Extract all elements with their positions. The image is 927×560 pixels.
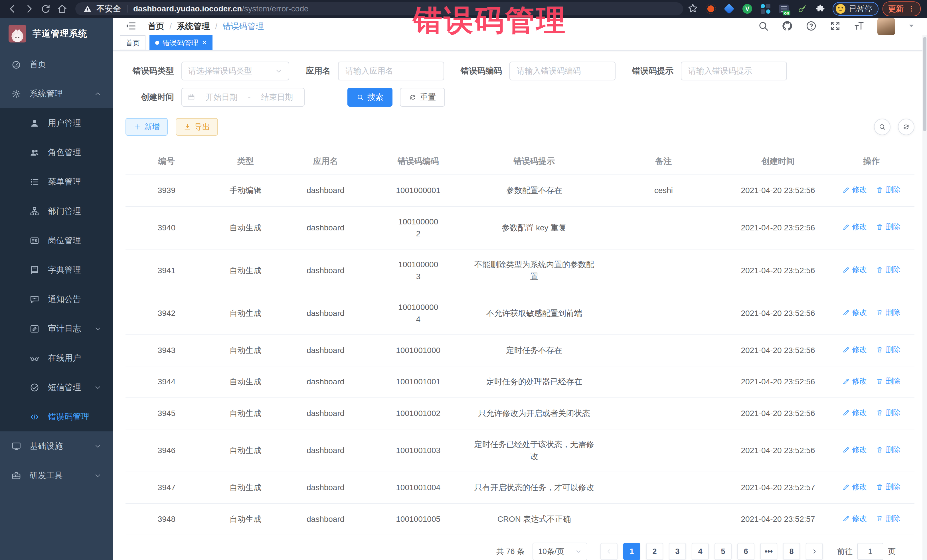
tab-首页[interactable]: 首页	[120, 35, 146, 50]
cell-code: 1001001003	[368, 429, 469, 472]
edit-link[interactable]: 修改	[842, 221, 867, 232]
reload-icon[interactable]	[40, 3, 52, 15]
breadcrumb-item[interactable]: 系统管理	[177, 21, 210, 32]
cell-id: 3944	[126, 366, 208, 398]
extension-v-icon[interactable]: V	[742, 3, 753, 14]
sidebar-item-badge[interactable]: 岗位管理	[0, 226, 113, 255]
scrollbar-thumb[interactable]	[923, 37, 926, 131]
delete-link[interactable]: 删除	[876, 221, 900, 232]
delete-link[interactable]: 删除	[876, 513, 900, 524]
delete-link[interactable]: 删除	[876, 481, 900, 492]
tab-错误码管理[interactable]: 错误码管理✕	[149, 35, 213, 50]
forward-icon[interactable]	[23, 3, 35, 15]
sidebar-item-online[interactable]: 在线用户	[0, 343, 113, 373]
reset-button[interactable]: 重置	[400, 88, 445, 107]
sidebar-item-sms[interactable]: 短信管理	[0, 373, 113, 402]
page-button-6[interactable]: 6	[737, 543, 754, 560]
code-input[interactable]	[510, 62, 615, 80]
delete-link[interactable]: 删除	[876, 344, 900, 355]
sidebar-item-gear[interactable]: 系统管理	[0, 79, 113, 108]
home-icon[interactable]	[56, 3, 68, 15]
extension-grid-icon[interactable]	[760, 3, 771, 14]
hamburger-icon[interactable]	[125, 20, 136, 33]
page-button-2[interactable]: 2	[646, 543, 663, 560]
add-button[interactable]: 新增	[126, 118, 168, 136]
msg-input[interactable]	[681, 62, 786, 80]
page-button-8[interactable]: 8	[783, 543, 800, 560]
breadcrumb-item[interactable]: 首页	[148, 21, 164, 32]
edit-link[interactable]: 修改	[842, 407, 867, 418]
sidebar-item-book[interactable]: 字典管理	[0, 255, 113, 285]
edit-link[interactable]: 修改	[842, 184, 867, 195]
extension-list-icon[interactable]: on	[778, 3, 789, 14]
sidebar-item-announcement[interactable]: 通知公告	[0, 285, 113, 314]
sidebar-item-users[interactable]: 角色管理	[0, 138, 113, 167]
sidebar-item-toolbox[interactable]: 研发工具	[0, 461, 113, 490]
delete-link[interactable]: 删除	[876, 184, 900, 195]
close-icon[interactable]: ✕	[202, 39, 207, 46]
address-bar[interactable]: 不安全 dashboard.yudao.iocoder.cn/system/er…	[75, 2, 683, 15]
extensions-puzzle-icon[interactable]	[815, 3, 826, 14]
edit-link[interactable]: 修改	[842, 513, 867, 524]
sidebar-item-dashboard[interactable]: 首页	[0, 50, 113, 79]
page-button-5[interactable]: 5	[714, 543, 732, 560]
cell-type: 自动生成	[208, 429, 284, 472]
refresh-table-button[interactable]	[898, 118, 915, 135]
edit-link[interactable]: 修改	[842, 344, 867, 355]
page-button-1[interactable]: 1	[623, 543, 640, 560]
sidebar-item-org-tree[interactable]: 部门管理	[0, 196, 113, 226]
filter-row-2: 创建时间 开始日期 - 结束日期 搜索 重置	[126, 88, 915, 107]
cell-time: 2021-04-20 23:52:56	[727, 175, 828, 206]
sidebar-item-menu-list[interactable]: 菜单管理	[0, 167, 113, 196]
type-select[interactable]: 请选择错误码类型	[181, 62, 289, 80]
search-icon[interactable]	[758, 20, 769, 33]
edit-link[interactable]: 修改	[842, 264, 867, 275]
fullscreen-icon[interactable]	[830, 20, 841, 33]
delete-link[interactable]: 删除	[876, 407, 900, 418]
delete-link[interactable]: 删除	[876, 444, 900, 455]
help-icon[interactable]	[805, 20, 817, 33]
delete-link[interactable]: 删除	[876, 307, 900, 318]
sidebar-item-user[interactable]: 用户管理	[0, 108, 113, 138]
user-avatar[interactable]	[877, 18, 895, 35]
page-size-select[interactable]: 10条/页	[532, 543, 587, 560]
export-button[interactable]: 导出	[176, 118, 218, 136]
prev-page-button[interactable]	[600, 543, 617, 560]
cell-time: 2021-04-20 23:52:56	[727, 366, 828, 398]
delete-link[interactable]: 删除	[876, 264, 900, 275]
extension-key-icon[interactable]	[797, 3, 807, 14]
search-button[interactable]: 搜索	[347, 88, 392, 107]
toggle-search-button[interactable]	[874, 118, 891, 135]
goto-page-input[interactable]	[857, 543, 883, 560]
font-size-icon[interactable]	[853, 20, 865, 33]
page-button-4[interactable]: 4	[692, 543, 709, 560]
edit-link[interactable]: 修改	[842, 444, 867, 455]
caret-down-icon[interactable]	[907, 22, 915, 31]
back-icon[interactable]	[6, 3, 19, 15]
extension-ubuntu-icon[interactable]	[705, 3, 716, 14]
delete-link[interactable]: 删除	[876, 375, 900, 387]
kebab-menu-icon[interactable]	[907, 5, 915, 12]
edit-link[interactable]: 修改	[842, 481, 867, 492]
chevron-down-icon	[94, 472, 102, 479]
edit-link[interactable]: 修改	[842, 375, 867, 387]
search-icon	[878, 123, 886, 131]
sidebar-item-code[interactable]: 错误码管理	[0, 402, 113, 431]
date-range-picker[interactable]: 开始日期 - 结束日期	[181, 88, 305, 107]
extension-gem-icon[interactable]	[723, 3, 734, 14]
edit-link[interactable]: 修改	[842, 307, 867, 318]
sidebar-item-log[interactable]: 审计日志	[0, 314, 113, 343]
next-page-button[interactable]	[806, 543, 823, 560]
bookmark-star-icon[interactable]	[687, 3, 699, 15]
github-icon[interactable]	[781, 20, 793, 33]
page-button-•••[interactable]: •••	[760, 543, 777, 560]
column-header: 错误码提示	[469, 148, 600, 175]
app-input[interactable]	[339, 62, 444, 80]
cell-msg: 参数配置不存在	[469, 175, 600, 206]
sidebar-item-monitor[interactable]: 基础设施	[0, 431, 113, 461]
profile-paused-pill[interactable]: 已暂停	[833, 2, 878, 16]
page-button-3[interactable]: 3	[669, 543, 686, 560]
logo-row[interactable]: 芋道管理系统	[0, 18, 113, 50]
update-button[interactable]: 更新	[883, 2, 921, 16]
scrollbar[interactable]	[922, 35, 927, 560]
